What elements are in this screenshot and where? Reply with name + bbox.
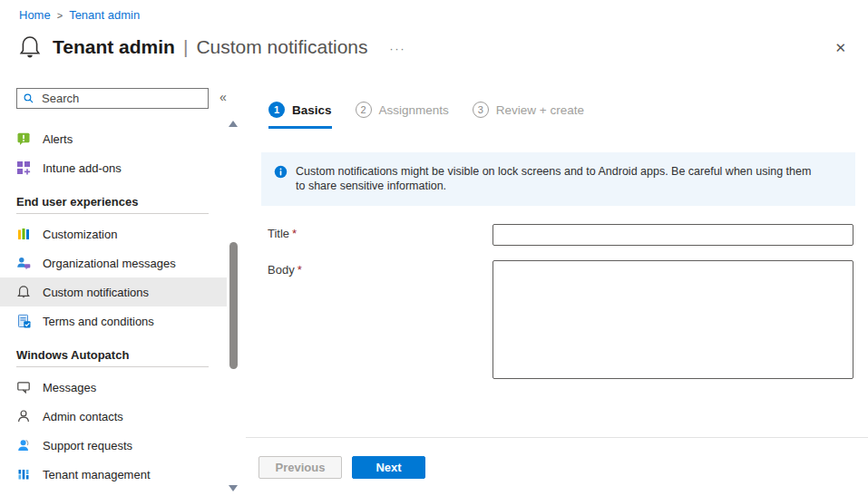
sidebar: « AlertsIntune add-onsEnd user experienc… [0, 86, 243, 496]
wizard-steps: 1Basics2Assignments3Review + create [268, 102, 584, 118]
search-icon [23, 92, 34, 104]
scrollbar-down-arrow-icon[interactable] [229, 485, 238, 491]
breadcrumb-tenant-admin-link[interactable]: Tenant admin [69, 8, 140, 22]
sidebar-item-support-requests[interactable]: Support requests [0, 431, 227, 460]
sidebar-item-label: Messages [43, 381, 96, 394]
title-label-text: Title [268, 227, 289, 240]
info-icon [274, 165, 288, 179]
sidebar-item-tenant-management[interactable]: Tenant management [0, 460, 227, 489]
step-number-badge: 2 [356, 102, 372, 118]
customization-icon [16, 227, 31, 241]
title-required-mark: * [292, 227, 297, 240]
bell-icon [19, 34, 41, 60]
more-options-button[interactable]: ··· [390, 43, 406, 55]
wizard-step-basics[interactable]: 1Basics [268, 102, 332, 118]
info-banner: Custom notifications might be visible on… [261, 152, 855, 206]
body-textarea[interactable] [493, 260, 853, 379]
bell-icon [16, 285, 31, 299]
page-title: Tenant admin [53, 36, 175, 58]
intune-addons-icon [16, 160, 31, 175]
title-divider: | [183, 36, 188, 58]
sidebar-nav: AlertsIntune add-onsEnd user experiences… [0, 124, 227, 489]
body-required-mark: * [297, 263, 302, 277]
sidebar-group-header: Windows Autopatch [0, 345, 227, 365]
sidebar-item-label: Tenant management [43, 468, 151, 481]
collapse-sidebar-icon[interactable]: « [219, 90, 227, 104]
sidebar-item-label: Support requests [43, 439, 132, 452]
page-subtitle: Custom notifications [196, 36, 367, 58]
sidebar-item-label: Admin contacts [43, 410, 123, 423]
breadcrumb: Home > Tenant admin [19, 8, 140, 22]
wizard-step-assignments[interactable]: 2Assignments [356, 102, 449, 118]
title-input[interactable] [493, 224, 853, 246]
scrollbar-thumb[interactable] [229, 242, 238, 369]
breadcrumb-home-link[interactable]: Home [19, 8, 51, 22]
step-number-badge: 1 [268, 102, 285, 118]
tenant-management-icon [16, 467, 31, 481]
next-button[interactable]: Next [352, 456, 425, 479]
sidebar-item-label: Custom notifications [43, 286, 149, 299]
main-content: 1Basics2Assignments3Review + create Cust… [246, 89, 868, 496]
sidebar-item-label: Organizational messages [43, 257, 176, 270]
sidebar-item-label: Terms and conditions [43, 315, 154, 328]
sidebar-item-alerts[interactable]: Alerts [0, 124, 227, 153]
organizational-messages-icon [16, 256, 31, 270]
sidebar-item-label: Intune add-ons [43, 161, 122, 175]
sidebar-group-divider [16, 366, 209, 367]
body-field-label: Body* [268, 263, 302, 277]
wizard-step-review-create[interactable]: 3Review + create [473, 102, 584, 118]
info-banner-text: Custom notifications might be visible on… [296, 164, 819, 195]
sidebar-search-box [16, 88, 209, 109]
footer-divider [246, 437, 868, 438]
sidebar-item-customization[interactable]: Customization [0, 219, 227, 248]
step-label: Basics [292, 103, 332, 117]
scrollbar-up-arrow-icon[interactable] [229, 121, 238, 127]
breadcrumb-separator: > [57, 10, 63, 21]
support-request-icon [16, 438, 31, 452]
sidebar-item-admin-contacts[interactable]: Admin contacts [0, 402, 227, 431]
sidebar-group-header: End user experiences [0, 191, 227, 211]
close-icon[interactable]: ✕ [831, 37, 850, 58]
sidebar-item-intune-add-ons[interactable]: Intune add-ons [0, 153, 227, 182]
step-number-badge: 3 [473, 102, 489, 118]
terms-conditions-icon [16, 314, 31, 328]
admin-contact-icon [16, 409, 31, 423]
sidebar-item-organizational-messages[interactable]: Organizational messages [0, 248, 227, 277]
step-label: Review + create [496, 103, 584, 117]
sidebar-item-custom-notifications[interactable]: Custom notifications [0, 277, 227, 306]
title-field-label: Title* [268, 227, 297, 240]
sidebar-item-terms-and-conditions[interactable]: Terms and conditions [0, 306, 227, 336]
previous-button[interactable]: Previous [258, 456, 342, 479]
sidebar-group-divider [16, 213, 209, 214]
alerts-icon [16, 131, 31, 146]
search-input[interactable] [40, 91, 202, 106]
step-label: Assignments [379, 103, 449, 117]
sidebar-item-messages[interactable]: Messages [0, 373, 227, 402]
body-label-text: Body [268, 263, 295, 277]
message-bubble-icon [16, 380, 31, 394]
sidebar-item-label: Customization [43, 228, 117, 241]
page-header: Tenant admin | Custom notifications ··· … [19, 30, 850, 64]
sidebar-item-label: Alerts [43, 132, 73, 146]
